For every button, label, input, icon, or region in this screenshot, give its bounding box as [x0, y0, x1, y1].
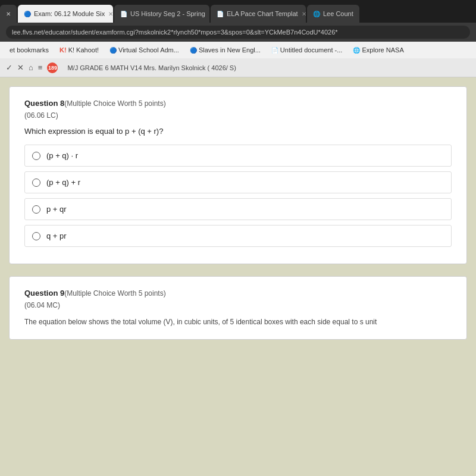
close-icon: ✕ [6, 11, 11, 17]
untitled-bookmark[interactable]: 📄 Untitled document -... [267, 45, 347, 55]
answer-text-c: p + qr [46, 205, 67, 214]
lee-tab-icon: 🌐 [313, 11, 320, 17]
question-8-type: (Multiple Choice Worth 5 points) [64, 99, 166, 108]
x-icon: ✕ [17, 63, 24, 72]
question-8-number: Question 8 [24, 99, 64, 108]
ela-tab-icon: 📄 [217, 11, 224, 17]
answer-text-d: q + pr [46, 231, 67, 240]
radio-d [32, 232, 40, 240]
question-8-header: Question 8(Multiple Choice Worth 5 point… [24, 99, 452, 108]
bookmarks-bar: et bookmarks K! K! Kahoot! 🔵 Virtual Sch… [0, 42, 476, 58]
kahoot-icon: K! [60, 46, 67, 54]
untitled-icon: 📄 [271, 47, 278, 54]
question-9-code: (06.04 MC) [24, 301, 452, 309]
question-8-text: Which expression is equal to p + (q + r)… [24, 127, 452, 136]
question-9-header: Question 9(Multiple Choice Worth 5 point… [24, 289, 452, 298]
question-9-text: The equation below shows the total volum… [24, 317, 452, 327]
lee-tab-label: Lee Count [323, 10, 353, 17]
virtual-school-icon: 🔵 [109, 47, 117, 54]
tab-ela[interactable]: 📄 ELA Pace Chart Templat ✕ [211, 5, 306, 23]
tab-bar: ✕ 🔵 Exam: 06.12 Module Six ✕ 📄 US Histor… [0, 0, 476, 23]
course-bar: ✓ ✕ ⌂ ≡ 189 M/J GRADE 6 MATH V14 Mrs. Ma… [0, 58, 476, 77]
answer-option-d[interactable]: q + pr [24, 225, 452, 247]
question-8-card: Question 8(Multiple Choice Worth 5 point… [9, 86, 467, 264]
answer-option-b[interactable]: (p + q) + r [24, 171, 452, 193]
radio-b [32, 178, 40, 187]
radio-c [32, 205, 40, 214]
nasa-icon: 🌐 [353, 47, 360, 54]
menu-icon: ≡ [38, 63, 43, 72]
history-tab-close-icon[interactable]: ✕ [209, 11, 209, 17]
tab-history[interactable]: 📄 US History Seg 2 - Spring ✕ [114, 5, 209, 23]
answer-text-b: (p + q) + r [46, 178, 80, 187]
nasa-bookmark[interactable]: 🌐 Explore NASA [348, 45, 408, 55]
slaves-icon: 🔵 [190, 47, 197, 54]
question-9-type: (Multiple Choice Worth 5 points) [64, 289, 166, 298]
answer-option-c[interactable]: p + qr [24, 198, 452, 220]
exam-tab-label: Exam: 06.12 Module Six [34, 10, 105, 17]
slaves-bookmark[interactable]: 🔵 Slaves in New Engl... [185, 45, 265, 55]
answer-text-a: (p + q) · r [46, 151, 78, 160]
close-tab[interactable]: ✕ [0, 5, 17, 23]
radio-a [32, 152, 40, 160]
kahoot-bookmark[interactable]: K! K! Kahoot! [55, 45, 104, 55]
history-tab-label: US History Seg 2 - Spring [130, 10, 205, 17]
address-input[interactable] [6, 26, 470, 39]
ela-tab-close-icon[interactable]: ✕ [302, 11, 306, 17]
question-8-code: (06.06 LC) [24, 111, 452, 120]
notification-badge: 189 [47, 62, 58, 73]
answer-option-a[interactable]: (p + q) · r [24, 145, 452, 167]
home-icon: ⌂ [29, 63, 33, 72]
bookmarks-label: et bookmarks [5, 45, 54, 55]
virtual-school-bookmark[interactable]: 🔵 Virtual School Adm... [105, 45, 184, 55]
question-9-number: Question 9 [24, 289, 64, 298]
ela-tab-label: ELA Pace Chart Templat [227, 10, 298, 17]
check-icon: ✓ [6, 63, 12, 72]
course-name: M/J GRADE 6 MATH V14 Mrs. Marilyn Skolni… [67, 64, 236, 71]
address-bar [0, 23, 476, 42]
exam-tab-icon: 🔵 [24, 11, 31, 17]
main-content: Question 8(Multiple Choice Worth 5 point… [0, 77, 476, 476]
question-9-card: Question 9(Multiple Choice Worth 5 point… [9, 276, 467, 340]
browser-chrome: ✕ 🔵 Exam: 06.12 Module Six ✕ 📄 US Histor… [0, 0, 476, 77]
exam-tab-close-icon[interactable]: ✕ [108, 11, 113, 17]
tab-exam[interactable]: 🔵 Exam: 06.12 Module Six ✕ [18, 5, 113, 23]
history-tab-icon: 📄 [120, 11, 127, 17]
tab-lee[interactable]: 🌐 Lee Count [307, 5, 359, 23]
course-bar-icons: ✓ ✕ ⌂ ≡ 189 [6, 62, 58, 73]
